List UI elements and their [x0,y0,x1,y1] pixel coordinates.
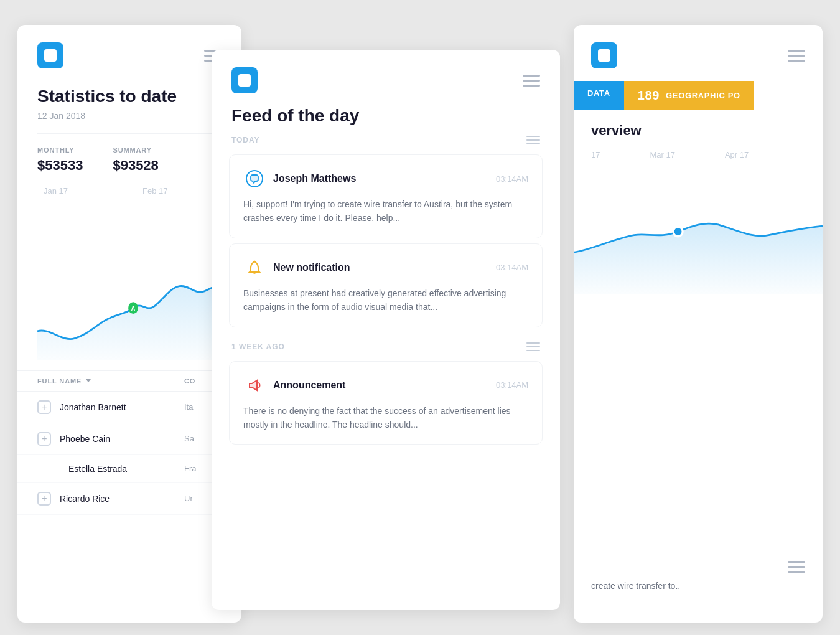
right-chart-svg [574,169,823,294]
logo-inner-right [598,49,610,62]
stats-date: 12 Jan 2018 [37,111,222,121]
card-3-time: 03:14AM [496,380,528,390]
today-label: TODAY [231,136,259,144]
hamburger-week[interactable] [526,342,540,351]
row-name-3: Estella Estrada [68,464,184,474]
left-chart-svg: A [37,200,241,360]
hamburger-today[interactable] [526,136,540,144]
right-chart-label-1: 17 [591,150,600,159]
stats-section: Statistics to date 12 Jan 2018 MONTHLY $… [17,68,241,174]
chart-labels: Jan 17 Feb 17 [37,186,241,195]
card-2-name: New notification [273,262,350,273]
right-chart-label-2: Mar 17 [650,150,674,159]
logo-left [37,42,63,68]
summary-label: SUMMARY [113,146,158,154]
chart-point-label: A [131,304,135,312]
right-tabs: DATA 189 GEOGRAPHIC PO [574,81,823,110]
summary-stat: SUMMARY $93528 [113,146,158,174]
feed-section-week: 1 WEEK AGO [212,332,560,356]
table-row: + Jonathan Barnett Ita [17,392,241,423]
summary-value: $93528 [113,158,158,174]
footer-message: create wire transfer to.. [591,581,680,591]
bell-icon [243,256,266,279]
card-2-time: 03:14AM [496,263,528,272]
feed-card-2-title-row: New notification [243,256,350,279]
table-header: FULL NAME CO [17,370,241,392]
card-3-body: There is no denying the fact that the su… [243,404,528,432]
right-header [574,25,823,68]
center-header [212,50,560,93]
hamburger-center[interactable] [523,75,540,87]
card-3-name: Announcement [273,380,345,391]
overview-title: verview [591,123,805,139]
feed-card-3: Announcement 03:14AM There is no denying… [229,361,543,445]
feed-card-3-title-row: Announcement [243,374,345,397]
row-name-1: Jonathan Barnett [60,402,184,412]
right-chart-area [574,169,823,294]
table-header-name: FULL NAME [37,377,184,385]
svg-point-1 [254,260,256,262]
table-row: + Phoebe Cain Sa [17,423,241,455]
tab-geographic[interactable]: 189 GEOGRAPHIC PO [624,81,754,110]
stats-row: MONTHLY $53533 SUMMARY $93528 [37,146,222,174]
right-panel: DATA 189 GEOGRAPHIC PO verview 17 Mar 17… [574,25,823,623]
feed-card-3-header: Announcement 03:14AM [243,374,528,397]
megaphone-icon [243,374,266,397]
hamburger-right-bottom[interactable] [788,561,805,573]
add-row-btn-2[interactable]: + [37,432,51,446]
right-chart-label-3: Apr 17 [725,150,749,159]
feed-card-1: Joseph Matthews 03:14AM Hi, support! I'm… [229,154,543,238]
stats-divider [37,133,222,134]
left-chart-area: Jan 17 Feb 17 A [17,186,241,360]
monthly-stat: MONTHLY $53533 [37,146,83,174]
monthly-label: MONTHLY [37,146,83,154]
chart-area-fill [37,279,241,360]
logo-inner-center [238,74,251,87]
right-chart-fill [574,223,823,294]
tab-data[interactable]: DATA [574,81,624,110]
card-2-body: Businesses at present had creatively gen… [243,286,528,314]
stats-title: Statistics to date [37,86,222,107]
tab-geo-label: GEOGRAPHIC PO [666,91,740,100]
feed-card-2-header: New notification 03:14AM [243,256,528,279]
chart-label-jan: Jan 17 [44,186,68,195]
table-row: + Ricardo Rice Ur [17,483,241,515]
tab-geo-number: 189 [638,88,660,103]
week-ago-label: 1 WEEK AGO [231,342,285,351]
feed-card-1-title-row: Joseph Matthews [243,167,356,190]
chevron-down-icon [86,379,91,382]
logo-inner-left [44,49,57,62]
hamburger-right[interactable] [788,50,805,62]
card-1-name: Joseph Matthews [273,173,356,184]
feed-card-2: New notification 03:14AM Businesses at p… [229,243,543,327]
card-1-time: 03:14AM [496,174,528,184]
row-name-4: Ricardo Rice [60,494,184,504]
left-header [17,25,241,68]
add-row-btn-1[interactable]: + [37,400,51,414]
right-overview: verview [574,110,823,139]
feed-card-1-header: Joseph Matthews 03:14AM [243,167,528,190]
feed-title: Feed of the day [212,93,560,126]
left-panel: Statistics to date 12 Jan 2018 MONTHLY $… [17,25,241,623]
logo-center [231,67,258,93]
table-section: FULL NAME CO + Jonathan Barnett Ita + Ph… [17,370,241,515]
monthly-value: $53533 [37,158,83,174]
feed-section-today: TODAY [212,126,560,149]
add-row-btn-4[interactable]: + [37,492,51,506]
chat-icon [243,167,266,190]
card-1-body: Hi, support! I'm trying to create wire t… [243,197,528,225]
row-name-2: Phoebe Cain [60,434,184,444]
right-chart-point [673,227,683,237]
chart-label-feb: Feb 17 [142,186,167,195]
logo-right [591,42,617,68]
table-row: Estella Estrada Fra [17,455,241,483]
center-panel: Feed of the day TODAY Joseph Matthews [212,50,560,610]
